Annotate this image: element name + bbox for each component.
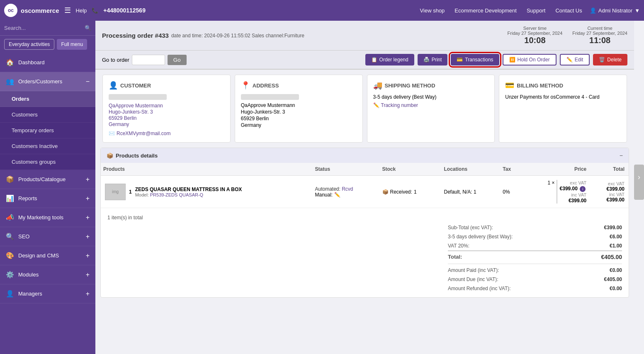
product-image: img bbox=[105, 184, 126, 200]
order-title: Processing order #433 bbox=[102, 32, 169, 39]
sidebar-item-design-cms[interactable]: 🎨 Design and CMS + bbox=[0, 246, 95, 265]
sidebar-item-seo[interactable]: 🔍 SEO + bbox=[0, 227, 95, 246]
main-content: Processing order #433 date and time: 202… bbox=[95, 21, 634, 354]
edit-icon: ✏️ bbox=[566, 57, 573, 63]
products-icon: 📦 bbox=[6, 175, 14, 183]
product-cell: img 1 ZEDS QUASAR QUEEN MATTRESS IN A BO… bbox=[101, 176, 311, 208]
inc-vat-label: inc VAT bbox=[571, 192, 586, 197]
expand-icon: + bbox=[86, 176, 90, 183]
transactions-button[interactable]: 💳 Transactions bbox=[451, 54, 499, 65]
go-button[interactable]: Go bbox=[168, 55, 187, 65]
price-inc-vat-area: inc VAT €399.00 bbox=[560, 192, 587, 204]
order-legend-label: Order legend bbox=[379, 57, 408, 63]
sidebar-item-marketing-tools[interactable]: 📣 My Marketing tools + bbox=[0, 208, 95, 227]
admin-menu[interactable]: 👤 Admi Nistrator ▼ bbox=[590, 7, 640, 14]
table-header-row: Products Status Stock Locations Tax Pric… bbox=[101, 163, 629, 176]
status-auto: Automated: Rcvd bbox=[315, 186, 374, 192]
logo-icon: oc bbox=[4, 4, 17, 17]
support-link[interactable]: Support bbox=[524, 7, 548, 14]
col-header-locations: Locations bbox=[440, 163, 499, 176]
products-section-header: 📦 Products details − bbox=[101, 148, 629, 163]
customer-email-link[interactable]: RceXMVymtr@mail.com bbox=[117, 131, 170, 136]
shipping-method: 3-5 days delivery (Best Way) bbox=[373, 94, 489, 100]
sidebar-item-label: Modules bbox=[18, 272, 86, 278]
delete-button[interactable]: 🗑️ Delete bbox=[593, 54, 627, 65]
col-header-price: Price bbox=[522, 163, 591, 176]
tracking-number-link[interactable]: Tracking number bbox=[381, 102, 418, 108]
email-icon: ✉️ bbox=[109, 131, 115, 136]
amount-due-value: €405.00 bbox=[604, 276, 622, 282]
hold-on-order-button[interactable]: ⏸️ Hold On Order bbox=[503, 54, 557, 65]
status-edit-icon[interactable]: ✏️ bbox=[334, 192, 340, 198]
sidebar-item-products-catalogue[interactable]: 📦 Products/Catalogue + bbox=[0, 170, 95, 189]
edit-button[interactable]: ✏️ Edit bbox=[560, 54, 590, 65]
sidebar-item-orders[interactable]: Orders bbox=[0, 91, 95, 107]
managers-icon: 👤 bbox=[6, 290, 14, 298]
col-header-tax: Tax bbox=[498, 163, 522, 176]
expand-icon: + bbox=[86, 233, 90, 240]
full-menu-button[interactable]: Full menu bbox=[57, 39, 87, 50]
col-header-products: Products bbox=[101, 163, 311, 176]
sidebar-buttons: Everyday activities Full menu bbox=[0, 36, 95, 53]
help-link[interactable]: Help bbox=[76, 7, 87, 14]
everyday-activities-button[interactable]: Everyday activities bbox=[4, 39, 54, 50]
sidebar-item-temporary-orders[interactable]: Temporary orders bbox=[0, 123, 95, 138]
sidebar: 🔍 Everyday activities Full menu 🏠 Dashbo… bbox=[0, 21, 95, 354]
customer-country-link[interactable]: Germany bbox=[109, 121, 129, 127]
view-shop-link[interactable]: View shop bbox=[418, 7, 447, 14]
logo[interactable]: oc oscommerce bbox=[4, 4, 59, 17]
customer-address2-link[interactable]: 65929 Berlin bbox=[109, 115, 136, 121]
hamburger-icon[interactable]: ☰ bbox=[64, 6, 71, 15]
customer-name-link[interactable]: QaApprove Mustermann bbox=[109, 103, 163, 109]
sidebar-item-label: Orders/Customers bbox=[18, 78, 86, 85]
sidebar-item-managers[interactable]: 👤 Managers + bbox=[0, 284, 95, 303]
ecommerce-dev-link[interactable]: Ecommerce Development bbox=[452, 7, 519, 14]
amount-due-label: Amount Due (inc VAT): bbox=[448, 276, 498, 282]
col-header-stock: Stock bbox=[378, 163, 440, 176]
exc-vat-label: exc VAT bbox=[570, 180, 586, 185]
seo-icon: 🔍 bbox=[6, 233, 14, 240]
right-arrow[interactable]: › bbox=[634, 165, 644, 189]
total-inc-vat: €399.00 bbox=[595, 197, 625, 203]
sidebar-item-customers-inactive[interactable]: Customers Inactive bbox=[0, 138, 95, 154]
expand-icon: + bbox=[86, 214, 90, 221]
address-line1: Hugo-Junkers-Str. 3 bbox=[241, 109, 357, 115]
sidebar-item-orders-customers[interactable]: 👥 Orders/Customers − bbox=[0, 72, 95, 91]
marketing-icon: 📣 bbox=[6, 213, 14, 221]
stock-box-icon: 📦 bbox=[382, 189, 389, 195]
sidebar-item-reports[interactable]: 📊 Reports + bbox=[0, 189, 95, 208]
admin-chevron-icon: ▼ bbox=[634, 7, 640, 14]
sidebar-item-label: SEO bbox=[18, 233, 86, 240]
tracking-area: ✏️ Tracking number bbox=[373, 102, 489, 108]
search-input[interactable] bbox=[4, 25, 85, 31]
total-value: €405.00 bbox=[601, 254, 622, 260]
product-tax-cell: 0% bbox=[498, 176, 522, 208]
sidebar-item-customers[interactable]: Customers bbox=[0, 107, 95, 123]
phone-icon: 📞 bbox=[92, 7, 98, 14]
order-header: Processing order #433 date and time: 202… bbox=[95, 21, 634, 51]
billing-panel-icon: 💳 bbox=[505, 81, 514, 90]
product-total-cell: exc VAT €399.00 inc VAT €399.00 bbox=[591, 176, 629, 208]
status-manual: Manual: ✏️ bbox=[315, 192, 374, 198]
sidebar-item-customers-groups[interactable]: Customers groups bbox=[0, 154, 95, 170]
products-collapse-button[interactable]: − bbox=[620, 152, 623, 159]
info-panels: 👤 CUSTOMER QaApprove Mustermann Hugo-Jun… bbox=[95, 70, 634, 143]
products-section-title: 📦 Products details bbox=[107, 153, 158, 159]
sidebar-item-modules[interactable]: ⚙️ Modules + bbox=[0, 265, 95, 284]
amount-refunded-value: €0.00 bbox=[610, 286, 622, 291]
customer-address1-link[interactable]: Hugo-Junkers-Str. 3 bbox=[109, 109, 153, 115]
edit-tracking-icon: ✏️ bbox=[373, 102, 379, 108]
product-model: Model: PR539-ZEDS QUASAR-Q bbox=[135, 192, 242, 197]
order-legend-button[interactable]: 📋 Order legend bbox=[365, 54, 414, 65]
transactions-icon: 💳 bbox=[457, 57, 463, 63]
total-exc-vat: €399.00 bbox=[595, 186, 625, 192]
totals-area: 1 item(s) in total Sub-Total (exc VAT): … bbox=[101, 208, 629, 297]
product-price-cell: 1 × exc VAT €399.00 i inc VAT bbox=[522, 176, 591, 208]
order-number-input[interactable] bbox=[132, 55, 165, 65]
print-button[interactable]: 🖨️ Print bbox=[418, 54, 448, 65]
address-country: Germany bbox=[241, 122, 357, 128]
info-icon[interactable]: i bbox=[580, 186, 586, 192]
orders-customers-submenu: Orders Customers Temporary orders Custom… bbox=[0, 91, 95, 170]
sidebar-item-dashboard[interactable]: 🏠 Dashboard bbox=[0, 53, 95, 72]
contact-us-link[interactable]: Contact Us bbox=[553, 7, 584, 14]
